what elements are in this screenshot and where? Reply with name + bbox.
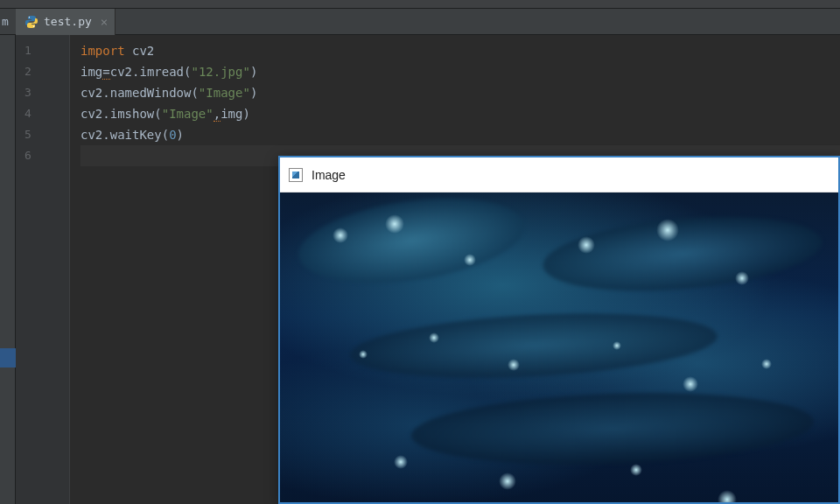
sparkle: [499, 472, 516, 490]
sparkle: [385, 214, 404, 234]
sparkle: [761, 359, 772, 369]
svg-point-1: [33, 25, 34, 26]
image-window-content: [280, 192, 838, 502]
sparkle: [578, 236, 595, 254]
top-border: [0, 0, 840, 9]
image-window-title-bar[interactable]: Image: [280, 158, 838, 192]
line-number: 4: [16, 103, 69, 124]
code-line: img=cv2.imread("12.jpg"): [80, 61, 840, 82]
sparkle: [630, 464, 642, 476]
file-tab-test-py[interactable]: test.py ×: [16, 9, 116, 35]
line-number: 6: [16, 145, 69, 166]
line-number-gutter[interactable]: 1 2 3 4 5 6: [16, 35, 70, 504]
sparkle: [429, 332, 439, 343]
line-number: 3: [16, 82, 69, 103]
editor-tab-bar: m test.py ×: [0, 9, 840, 35]
wave-decoration: [410, 387, 816, 471]
left-marker-highlight: [0, 348, 16, 368]
image-window-title: Image: [312, 168, 346, 182]
left-fragment-text: m: [0, 9, 16, 35]
svg-point-0: [29, 17, 30, 18]
file-tab-name: test.py: [44, 15, 92, 28]
line-number: 1: [16, 40, 69, 61]
sparkle: [394, 455, 408, 469]
sparkle: [464, 254, 476, 266]
wave-decoration: [348, 305, 718, 386]
close-tab-icon[interactable]: ×: [101, 15, 108, 29]
python-file-icon: [24, 15, 38, 29]
wave-decoration: [293, 192, 529, 296]
code-line: import cv2: [80, 40, 840, 61]
line-number: 2: [16, 61, 69, 82]
code-line: cv2.imshow("Image",img): [80, 103, 840, 124]
wave-decoration: [540, 206, 825, 301]
sparkle: [508, 359, 520, 371]
left-tool-strip[interactable]: [0, 35, 16, 504]
sparkle: [656, 219, 679, 242]
sparkle: [359, 350, 368, 359]
code-line: cv2.waitKey(0): [80, 124, 840, 145]
code-line: cv2.namedWindow("Image"): [80, 82, 840, 103]
sparkle: [332, 228, 348, 243]
line-number: 5: [16, 124, 69, 145]
sparkle: [735, 271, 749, 285]
sparkle: [718, 490, 737, 502]
sparkle: [612, 341, 621, 350]
sparkle: [682, 376, 698, 392]
opencv-image-window[interactable]: Image: [278, 156, 840, 504]
app-icon: [289, 168, 303, 182]
